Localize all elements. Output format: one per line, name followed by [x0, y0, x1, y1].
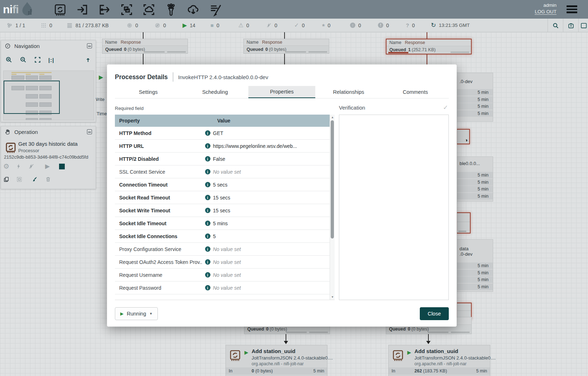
property-row[interactable]: HTTP Method i GET	[115, 127, 335, 140]
label-icon[interactable]	[208, 3, 223, 17]
scrollbar-thumb[interactable]	[331, 120, 334, 238]
property-value[interactable]: 5 secs	[213, 182, 335, 188]
collapse-icon[interactable]	[87, 129, 92, 134]
operation-panel-header[interactable]: Operation	[1, 126, 96, 137]
bulletin-board-icon[interactable]	[563, 22, 578, 29]
collapse-icon[interactable]	[87, 43, 92, 48]
property-row[interactable]: Socket Idle Connections i 5	[115, 230, 335, 243]
tab-relationships[interactable]: Relationships	[315, 86, 382, 98]
settings-icon[interactable]	[579, 22, 588, 29]
property-value[interactable]: 15 secs	[213, 208, 335, 213]
processor-icon[interactable]	[53, 3, 67, 17]
property-value[interactable]: False	[213, 156, 335, 162]
search-icon[interactable]	[548, 22, 563, 29]
property-value[interactable]: 5	[213, 233, 335, 239]
property-row[interactable]: Socket Write Timeout i 15 secs	[115, 204, 335, 217]
processor-in-stat: In 0 (0 bytes) 5 min	[226, 367, 327, 375]
connection-fragment-highlighted[interactable]	[457, 212, 471, 233]
global-menu-icon[interactable]	[567, 5, 577, 15]
property-row[interactable]: Request Password i No value set	[115, 281, 335, 294]
zoom-actual-size-icon[interactable]: |:|	[48, 57, 54, 63]
connection-line[interactable]	[428, 334, 429, 341]
info-icon[interactable]: i	[205, 130, 210, 136]
property-value[interactable]: No value set	[213, 259, 335, 265]
property-value[interactable]: No value set	[213, 246, 335, 252]
color-brush-icon[interactable]	[31, 176, 38, 183]
property-value[interactable]: No value set	[213, 285, 335, 291]
group-select-icon[interactable]	[16, 176, 23, 183]
stop-icon[interactable]	[59, 164, 65, 169]
property-row[interactable]: Request Username i No value set	[115, 269, 335, 281]
run-status-dropdown[interactable]: ▶ Running ▼	[115, 307, 158, 320]
status-not-transmitting: 0	[155, 23, 183, 28]
processor-fragment[interactable]: .0-dev 5 min 5 min 5 min 5 min	[457, 73, 493, 122]
property-value[interactable]: https://www.pegelonline.wsv.de/web...	[213, 143, 335, 149]
minimap-viewport[interactable]	[4, 81, 60, 114]
refresh-icon[interactable]: ↻	[431, 22, 436, 28]
connection-fragment-highlighted[interactable]: ◑	[457, 129, 470, 144]
disable-lightning-slash-icon[interactable]	[28, 163, 34, 169]
output-port-icon[interactable]	[97, 3, 112, 17]
remote-process-group-icon[interactable]	[142, 3, 156, 17]
scroll-up-icon[interactable]: ▲	[330, 116, 335, 119]
process-group-icon[interactable]	[120, 3, 134, 17]
configure-gear-icon[interactable]: ⚙	[3, 162, 9, 170]
scroll-down-icon[interactable]: ▼	[330, 295, 335, 299]
funnel-icon[interactable]	[164, 3, 178, 17]
info-icon[interactable]: i	[205, 233, 210, 239]
info-icon[interactable]: i	[205, 195, 210, 200]
connection-label-highlighted[interactable]: NameResponse Queued1(252.71 KB)	[386, 39, 472, 54]
tab-properties[interactable]: Properties	[248, 86, 315, 98]
copy-icon[interactable]	[3, 176, 10, 183]
processor-fragment[interactable]: ble0.0.0... 5 min 5 min 5 min 5 min	[457, 156, 493, 202]
property-value[interactable]: 15 secs	[213, 195, 335, 201]
connection-label[interactable]: NameResponse Queued0(0 bytes)	[102, 39, 188, 54]
delete-trash-icon[interactable]	[45, 176, 51, 182]
zoom-fit-icon[interactable]	[34, 56, 41, 63]
info-icon[interactable]: i	[205, 272, 210, 278]
property-value[interactable]: GET	[213, 130, 335, 136]
property-value[interactable]: 5 mins	[213, 221, 335, 226]
property-row[interactable]: SSL Context Service i No value set	[115, 165, 335, 178]
info-icon[interactable]: i	[205, 156, 210, 162]
connection-label[interactable]: NameResponse Queued0(0 bytes)	[243, 39, 329, 54]
close-button[interactable]: Close	[420, 307, 449, 320]
tab-comments[interactable]: Comments	[382, 86, 449, 98]
zoom-in-icon[interactable]	[5, 56, 13, 63]
pop-out-icon[interactable]	[85, 57, 91, 63]
property-row[interactable]: HTTP URL i https://www.pegelonline.wsv.d…	[115, 140, 335, 153]
processor-add-station-uuid[interactable]: ▶ Add station_uuid JoltTransformJSON 2.4…	[388, 345, 490, 376]
start-play-icon[interactable]: ▶	[45, 163, 50, 170]
property-row[interactable]: Connection Timeout i 5 secs	[115, 178, 335, 191]
info-icon[interactable]: i	[205, 259, 210, 265]
info-icon[interactable]: i	[205, 246, 210, 252]
info-icon[interactable]: i	[205, 285, 210, 290]
navigation-panel-header[interactable]: Navigation	[1, 40, 96, 51]
property-row[interactable]: Socket Idle Timeout i 5 mins	[115, 217, 335, 230]
property-value[interactable]: No value set	[213, 272, 335, 278]
property-row[interactable]: Proxy Configuration Service i No value s…	[115, 243, 335, 256]
info-icon[interactable]: i	[205, 169, 210, 174]
table-scrollbar[interactable]: ▲ ▼	[330, 115, 335, 300]
property-row[interactable]: Request OAuth2 Access Token Prov... i No…	[115, 256, 335, 269]
tab-settings[interactable]: Settings	[115, 86, 182, 98]
property-row[interactable]: Socket Read Timeout i 15 secs	[115, 191, 335, 204]
connection-line[interactable]	[286, 334, 286, 341]
property-value[interactable]: No value set	[213, 169, 335, 175]
template-icon[interactable]	[186, 3, 200, 17]
processor-fragment[interactable]: data .0-dev 5 min 5 min 5 min 5 min	[457, 239, 493, 292]
logout-link[interactable]: LOG OUT	[535, 9, 557, 15]
minimap[interactable]	[3, 71, 94, 120]
info-icon[interactable]: i	[205, 143, 210, 149]
info-icon[interactable]: i	[205, 182, 210, 187]
info-icon[interactable]: i	[205, 221, 210, 226]
status-bar: 1 / 1 0 81 / 273.87 KB 0 0 ▶ 14 ■ 0 ⚠ 0	[0, 19, 588, 32]
info-icon[interactable]: i	[205, 208, 210, 213]
property-row[interactable]: HTTP/2 Disabled i False	[115, 153, 335, 165]
processor-add-station-uuid[interactable]: ▶ Add station_uuid JoltTransformJSON 2.4…	[225, 345, 327, 376]
input-port-icon[interactable]	[75, 3, 89, 17]
tab-scheduling[interactable]: Scheduling	[182, 86, 249, 98]
verification-check-icon[interactable]: ✓	[443, 104, 448, 111]
enable-lightning-icon[interactable]	[16, 163, 22, 169]
zoom-out-icon[interactable]	[20, 56, 27, 63]
